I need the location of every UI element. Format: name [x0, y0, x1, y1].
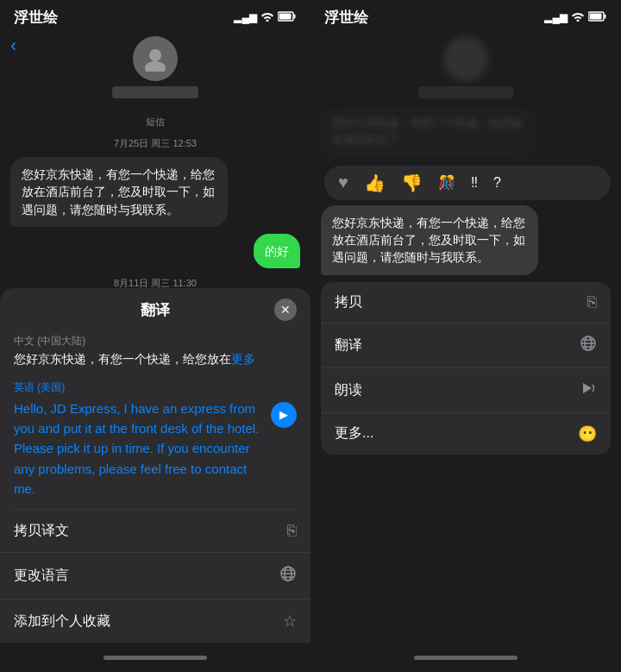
date-label-1: 7月25日 周三 12:53	[10, 137, 300, 150]
action-copy-translation[interactable]: 拷贝译文 ⎘	[0, 510, 310, 553]
action-change-language[interactable]: 更改语言	[0, 553, 310, 600]
battery-icon-right	[588, 11, 607, 24]
blurred-message: 您好京东快递，有您一个快递，给您放在酒店前台了	[321, 107, 611, 157]
context-more-label: 更多...	[335, 424, 373, 443]
source-language-label: 中文 (中国大陆)	[14, 334, 297, 349]
translate-context-icon	[580, 335, 597, 356]
avatar-left	[133, 36, 178, 81]
context-copy[interactable]: 拷贝 ⎘	[321, 282, 611, 323]
selected-message-row: 您好京东快递，有您一个快递，给您放在酒店前台了，您及时取一下，如遇问题，请您随时…	[321, 205, 611, 275]
translation-overlay: 翻译 ✕ 中文 (中国大陆) 您好京东快递，有您一个快递，给您放在更多 英语 (…	[0, 288, 310, 672]
action-label-fav: 添加到个人收藏	[14, 612, 110, 631]
context-more[interactable]: 更多... 😶	[321, 413, 611, 455]
reaction-thumbsup[interactable]: 👍	[364, 173, 386, 193]
reaction-exclaim[interactable]: ‼	[471, 175, 478, 191]
reaction-question[interactable]: ?	[493, 175, 501, 191]
selected-bubble[interactable]: 您好京东快递，有您一个快递，给您放在酒店前台了，您及时取一下，如遇问题，请您随时…	[321, 205, 538, 275]
play-button[interactable]: ▶	[271, 402, 297, 428]
sms-label: 短信	[10, 116, 300, 129]
app-name-left: 浮世绘	[14, 8, 58, 28]
context-read-label: 朗读	[335, 381, 362, 399]
more-link[interactable]: 更多	[231, 352, 255, 366]
svg-point-4	[145, 61, 166, 72]
status-bar-right: 浮世绘 ▂▄▆	[310, 0, 621, 31]
translation-result: 英语 (美国) Hello, JD Express, I have an exp…	[0, 372, 310, 509]
language-icon	[279, 565, 297, 587]
right-panel: 浮世绘 ▂▄▆ 您好京东快递，有您一个快递，给您放在酒店前台	[310, 0, 621, 672]
contact-header-left: ‹	[0, 31, 310, 107]
svg-rect-12	[590, 13, 602, 19]
action-add-favorite[interactable]: 添加到个人收藏 ☆	[0, 600, 310, 643]
action-label-copy: 拷贝译文	[14, 522, 69, 540]
bubble-sent-1[interactable]: 的好	[254, 234, 300, 268]
battery-icon	[278, 11, 297, 24]
status-icons-left: ▂▄▆	[234, 11, 297, 24]
home-indicator-left	[104, 656, 207, 660]
app-name-right: 浮世绘	[324, 8, 368, 28]
context-menu: 拷贝 ⎘ 翻译 朗读	[321, 282, 611, 455]
translation-source: 中文 (中国大陆) 您好京东快递，有您一个快递，给您放在更多	[0, 329, 310, 372]
copy-context-icon: ⎘	[587, 293, 597, 311]
context-translate[interactable]: 翻译	[321, 323, 611, 368]
svg-rect-2	[279, 13, 292, 19]
context-read[interactable]: 朗读	[321, 368, 611, 413]
message-row-2: 的好	[10, 234, 300, 268]
star-icon: ☆	[283, 612, 297, 631]
reaction-bar[interactable]: ♥ 👍 👎 🎊 ‼ ?	[324, 166, 611, 200]
left-panel: 浮世绘 ▂▄▆ ‹	[0, 0, 310, 672]
svg-rect-11	[605, 14, 606, 18]
bottom-bar-left	[0, 643, 310, 672]
contact-name-left	[112, 86, 198, 98]
signal-icon-right: ▂▄▆	[544, 11, 568, 23]
close-translation-button[interactable]: ✕	[274, 298, 297, 321]
signal-icon: ▂▄▆	[234, 11, 257, 23]
result-text: Hello, JD Express, I have an express fro…	[14, 399, 264, 499]
wifi-icon	[260, 11, 274, 24]
bottom-bar-right	[310, 643, 621, 672]
source-text: 您好京东快递，有您一个快递，给您放在更多	[14, 351, 297, 368]
result-language-label: 英语 (美国)	[14, 380, 297, 395]
context-translate-label: 翻译	[335, 336, 362, 355]
bubble-received-1[interactable]: 您好京东快递，有您一个快递，给您放在酒店前台了，您及时取一下，如遇问题，请您随时…	[10, 157, 228, 227]
copy-icon: ⎘	[287, 522, 297, 540]
home-indicator-right	[414, 656, 518, 660]
status-bar-left: 浮世绘 ▂▄▆	[0, 0, 310, 31]
context-copy-label: 拷贝	[335, 293, 362, 311]
reaction-thumbsdown[interactable]: 👎	[401, 173, 423, 193]
contact-header-right	[310, 31, 621, 107]
status-icons-right: ▂▄▆	[544, 11, 607, 24]
reaction-confetti[interactable]: 🎊	[438, 174, 455, 191]
translation-header: 翻译 ✕	[0, 288, 310, 329]
translation-title: 翻译	[141, 300, 170, 320]
wifi-icon-right	[571, 11, 585, 24]
message-row-1: 您好京东快递，有您一个快递，给您放在酒店前台了，您及时取一下，如遇问题，请您随时…	[10, 157, 300, 227]
avatar-right	[443, 36, 488, 81]
back-button[interactable]: ‹	[10, 35, 16, 57]
messages-area-right[interactable]: 您好京东快递，有您一个快递，给您放在酒店前台了 ♥ 👍 👎 🎊 ‼ ? 您好京东…	[310, 107, 621, 643]
svg-marker-18	[583, 383, 592, 393]
contact-name-right	[418, 86, 513, 98]
more-context-icon: 😶	[578, 424, 597, 443]
svg-rect-1	[294, 14, 296, 18]
read-context-icon	[580, 380, 597, 401]
svg-point-3	[149, 49, 161, 61]
reaction-heart[interactable]: ♥	[338, 173, 348, 192]
action-label-lang: 更改语言	[14, 567, 69, 585]
